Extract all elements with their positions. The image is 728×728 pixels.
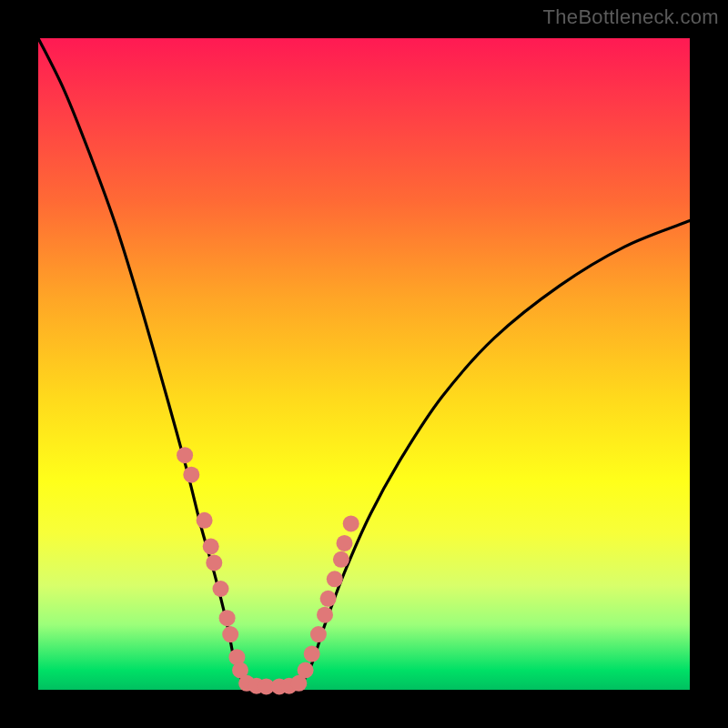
chart-frame: TheBottleneck.com [0, 0, 728, 728]
data-point [337, 535, 353, 551]
data-point [310, 626, 327, 642]
data-point [333, 551, 349, 568]
data-point [343, 515, 359, 531]
data-point [304, 646, 320, 662]
bottleneck-curve [38, 38, 690, 690]
data-point [320, 591, 337, 607]
curve-right-branch [298, 221, 690, 691]
data-point [327, 571, 343, 587]
data-point [213, 581, 229, 597]
data-point [298, 662, 314, 679]
plot-area [38, 38, 690, 690]
data-point [222, 626, 238, 642]
data-point [197, 512, 213, 529]
data-point [203, 539, 219, 555]
data-point [219, 610, 236, 626]
data-point [317, 607, 333, 623]
data-point [183, 467, 199, 483]
watermark-label: TheBottleneck.com [543, 5, 719, 29]
data-point-markers [177, 447, 359, 694]
data-point [206, 554, 222, 571]
data-point [177, 447, 193, 463]
